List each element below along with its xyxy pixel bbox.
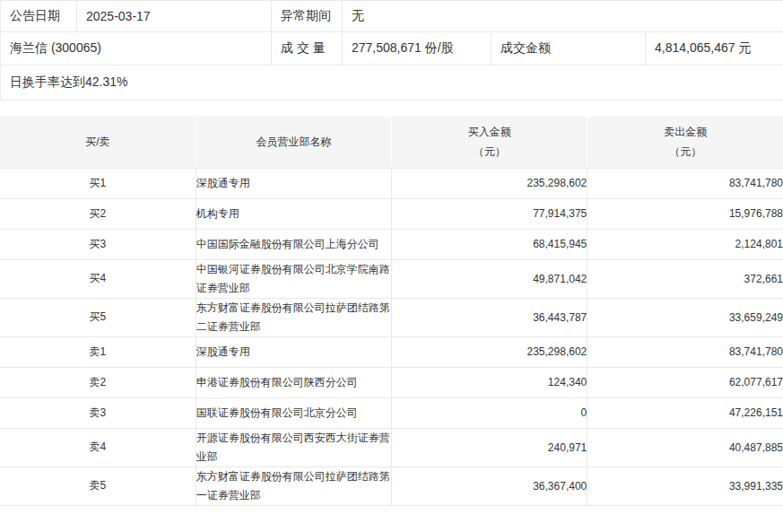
table-row: 卖4 开源证券股份有限公司西安西大街证券营业部 240,971 40,487,8… xyxy=(0,428,783,467)
row-sell-amount: 62,077,617 xyxy=(587,367,783,397)
table-row: 买5 东方财富证券股份有限公司拉萨团结路第二证券营业部 36,443,787 3… xyxy=(0,298,783,336)
row-buy-amount: 0 xyxy=(392,397,587,428)
row-rank: 卖2 xyxy=(0,367,196,397)
row-sell-amount: 83,741,780 xyxy=(587,168,783,198)
row-rank: 买2 xyxy=(0,198,196,229)
summary-row-volume: 海兰信 (300065) 成 交 量 277,508,671 份/股 成交金额 … xyxy=(1,32,783,65)
row-sell-amount: 33,659,249 xyxy=(587,298,783,336)
announce-date-value: 2025-03-17 xyxy=(77,1,272,31)
table-row: 买4 中国银河证券股份有限公司北京学院南路证券营业部 49,871,042 37… xyxy=(0,259,783,298)
header-buy-sell: 买/卖 xyxy=(0,117,196,168)
row-buy-amount: 235,298,602 xyxy=(392,336,587,367)
amount-label: 成交金额 xyxy=(492,32,646,65)
row-buy-amount: 36,443,787 xyxy=(392,298,587,336)
row-rank: 买4 xyxy=(0,259,196,298)
row-buy-amount: 77,914,375 xyxy=(392,198,587,229)
row-branch: 深股通专用 xyxy=(196,336,391,367)
row-branch: 深股通专用 xyxy=(196,168,391,198)
table-header-row: 买/卖 会员营业部名称 买入金额 （元） 卖出金额 （元） xyxy=(0,117,783,168)
row-sell-amount: 372,661 xyxy=(587,259,783,298)
row-branch: 东方财富证券股份有限公司拉萨团结路第一证券营业部 xyxy=(196,467,391,505)
row-branch: 开源证券股份有限公司西安西大街证券营业部 xyxy=(196,428,391,467)
row-rank: 买3 xyxy=(0,229,196,259)
row-buy-amount: 68,415,945 xyxy=(392,229,587,259)
table-row: 买1 深股通专用 235,298,602 83,741,780 xyxy=(0,168,783,198)
row-branch: 国联证券股份有限公司北京分公司 xyxy=(196,397,391,428)
broker-seat-table-wrap: 买/卖 会员营业部名称 买入金额 （元） 卖出金额 （元） 买1 深股通专用 2… xyxy=(0,117,783,506)
row-rank: 卖4 xyxy=(0,428,196,467)
table-row: 卖2 申港证券股份有限公司陕西分公司 124,340 62,077,617 xyxy=(0,367,783,397)
abnormal-period-value: 无 xyxy=(343,1,783,31)
row-rank: 卖1 xyxy=(0,336,196,367)
table-row: 买3 中国国际金融股份有限公司上海分公司 68,415,945 2,124,80… xyxy=(0,229,783,259)
stock-name: 海兰信 (300065) xyxy=(1,32,272,65)
row-branch: 中国国际金融股份有限公司上海分公司 xyxy=(196,229,391,259)
table-row: 卖5 东方财富证券股份有限公司拉萨团结路第一证券营业部 36,367,400 3… xyxy=(0,467,783,505)
row-branch: 东方财富证券股份有限公司拉萨团结路第二证券营业部 xyxy=(196,298,391,336)
volume-value: 277,508,671 份/股 xyxy=(343,32,492,65)
header-buy-amount: 买入金额 （元） xyxy=(392,117,587,168)
volume-label: 成 交 量 xyxy=(272,32,343,65)
table-row: 卖3 国联证券股份有限公司北京分公司 0 47,226,151 xyxy=(0,397,783,428)
row-rank: 卖3 xyxy=(0,397,196,428)
amount-value: 4,814,065,467 元 xyxy=(646,32,783,65)
row-buy-amount: 36,367,400 xyxy=(392,467,587,505)
row-rank: 买5 xyxy=(0,298,196,336)
row-buy-amount: 124,340 xyxy=(392,367,587,397)
row-sell-amount: 40,487,885 xyxy=(587,428,783,467)
row-buy-amount: 49,871,042 xyxy=(392,259,587,298)
row-rank: 卖5 xyxy=(0,467,196,505)
broker-seat-table: 买/卖 会员营业部名称 买入金额 （元） 卖出金额 （元） 买1 深股通专用 2… xyxy=(0,117,783,506)
row-branch: 中国银河证券股份有限公司北京学院南路证券营业部 xyxy=(196,259,391,298)
listing-reason-note: 日换手率达到42.31% xyxy=(1,65,783,100)
row-sell-amount: 2,124,801 xyxy=(587,229,783,259)
summary-row-reason: 日换手率达到42.31% xyxy=(1,65,783,100)
row-sell-amount: 83,741,780 xyxy=(587,336,783,367)
header-buy-amount-line2: （元） xyxy=(392,142,587,161)
header-buy-amount-line1: 买入金额 xyxy=(392,122,587,142)
header-sell-amount-line1: 卖出金额 xyxy=(587,122,783,142)
row-branch: 申港证券股份有限公司陕西分公司 xyxy=(196,367,391,397)
announce-date-label: 公告日期 xyxy=(1,1,77,31)
row-buy-amount: 240,971 xyxy=(392,428,587,467)
row-rank: 买1 xyxy=(0,168,196,198)
abnormal-period-label: 异常期间 xyxy=(272,1,343,31)
header-branch-name: 会员营业部名称 xyxy=(196,117,391,168)
table-row: 卖1 深股通专用 235,298,602 83,741,780 xyxy=(0,336,783,367)
summary-row-announce: 公告日期 2025-03-17 异常期间 无 xyxy=(1,1,783,32)
row-sell-amount: 47,226,151 xyxy=(587,397,783,428)
row-buy-amount: 235,298,602 xyxy=(392,168,587,198)
stock-summary-panel: 公告日期 2025-03-17 异常期间 无 海兰信 (300065) 成 交 … xyxy=(0,0,783,100)
row-sell-amount: 33,991,335 xyxy=(587,467,783,505)
header-sell-amount-line2: （元） xyxy=(587,142,783,161)
row-branch: 机构专用 xyxy=(196,198,391,229)
row-sell-amount: 15,976,788 xyxy=(587,198,783,229)
header-sell-amount: 卖出金额 （元） xyxy=(587,117,783,168)
table-row: 买2 机构专用 77,914,375 15,976,788 xyxy=(0,198,783,229)
